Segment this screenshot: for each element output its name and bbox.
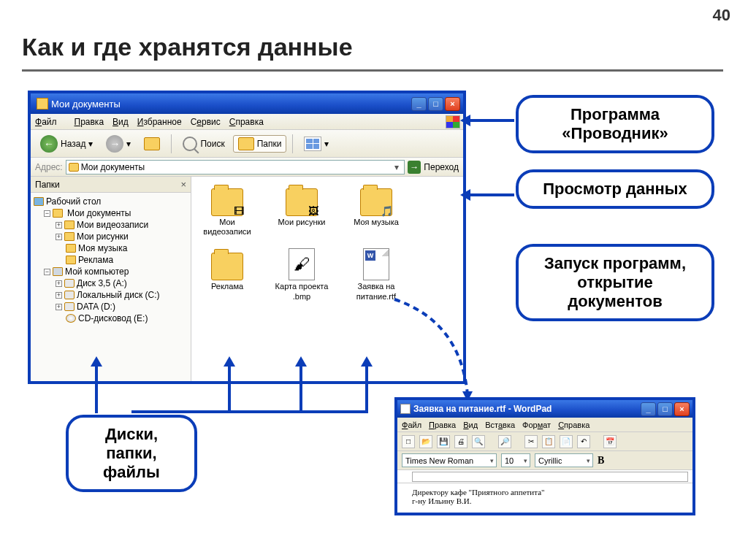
copy-button[interactable]: 📋: [542, 435, 555, 448]
forward-button[interactable]: → ▾: [101, 133, 136, 155]
bold-button[interactable]: В: [598, 455, 604, 467]
wordpad-document[interactable]: Директору кафе "Приятного аппетита" г-ну…: [397, 483, 692, 513]
menu-help[interactable]: Справка: [229, 117, 264, 127]
maximize-button[interactable]: □: [657, 402, 673, 416]
tree-mydocs[interactable]: −Мои документы: [34, 207, 188, 219]
menu-insert[interactable]: Вставка: [485, 421, 515, 429]
windows-logo-icon: [446, 115, 460, 129]
menu-file[interactable]: Файл: [402, 421, 421, 429]
tree-localc[interactable]: +Локальный диск (C:): [34, 289, 188, 301]
separator: [292, 134, 293, 153]
expand-icon[interactable]: +: [56, 304, 62, 310]
back-icon: ←: [40, 135, 58, 153]
collapse-icon[interactable]: −: [44, 210, 50, 217]
tree-datad[interactable]: +DATA (D:): [34, 301, 188, 312]
tree-desktop[interactable]: Рабочий стол: [34, 196, 188, 207]
close-button[interactable]: ×: [445, 97, 460, 111]
expand-icon[interactable]: +: [56, 292, 62, 299]
arrow-head-icon: [295, 356, 307, 367]
tree-mypics[interactable]: +Мои рисунки: [34, 231, 188, 242]
close-button[interactable]: ×: [674, 402, 690, 416]
wordpad-titlebar[interactable]: Заявка на питание.rtf - WordPad _ □ ×: [397, 400, 692, 418]
drive-icon: [64, 291, 75, 299]
address-field[interactable]: Мои документы ▾: [66, 160, 405, 174]
doc-line: Директору кафе "Приятного аппетита": [412, 488, 678, 496]
menu-help[interactable]: Справка: [558, 421, 589, 429]
minimize-button[interactable]: _: [411, 97, 427, 111]
expand-icon[interactable]: +: [56, 222, 62, 229]
search-button[interactable]: Поиск: [178, 134, 229, 153]
views-button[interactable]: ▾: [299, 134, 334, 153]
open-button[interactable]: 📂: [419, 435, 432, 448]
address-label: Адрес:: [35, 162, 63, 172]
folder-icon: [53, 209, 63, 218]
folder-icon: 🖼: [286, 188, 318, 216]
cut-button[interactable]: ✂: [524, 435, 538, 448]
arrow: [365, 365, 368, 413]
minimize-button[interactable]: _: [641, 402, 656, 416]
desktop-icon: [34, 197, 44, 206]
close-panel-button[interactable]: ×: [180, 179, 186, 190]
save-button[interactable]: 💾: [437, 435, 450, 448]
arrow: [469, 193, 514, 196]
menu-view[interactable]: Вид: [112, 117, 129, 127]
explorer-titlebar[interactable]: Мои документы _ □ ×: [31, 93, 463, 114]
back-button[interactable]: ← Назад ▾: [35, 133, 98, 155]
file-mymusic[interactable]: 🎵 Моя музыка: [348, 184, 405, 237]
file-myvideo[interactable]: 🎞 Мои видеозаписи: [199, 184, 256, 237]
folder-icon: [64, 220, 75, 229]
file-map-bmp[interactable]: Карта проекта .bmp: [273, 248, 330, 301]
content-panel[interactable]: 🎞 Мои видеозаписи 🖼 Мои рисунки 🎵 Моя му…: [191, 177, 463, 381]
address-dropdown-icon[interactable]: ▾: [392, 162, 402, 172]
menu-view[interactable]: Вид: [463, 421, 478, 429]
folder-icon: 🎵: [360, 188, 392, 216]
menu-tools[interactable]: Сервис: [191, 117, 221, 127]
collapse-icon[interactable]: −: [44, 269, 50, 275]
music-icon: 🎵: [381, 205, 393, 217]
file-ads[interactable]: Реклама: [199, 248, 256, 301]
menu-file[interactable]: Файл: [35, 117, 66, 127]
file-mypics[interactable]: 🖼 Мои рисунки: [273, 184, 330, 237]
tree-floppy[interactable]: +Диск 3,5 (A:): [34, 277, 188, 289]
go-icon[interactable]: →: [408, 161, 421, 174]
folder-icon: [37, 98, 48, 110]
wordpad-ruler[interactable]: [397, 470, 692, 483]
tree-cde[interactable]: CD-дисковод (E:): [34, 312, 188, 324]
rtf-icon: W: [363, 248, 389, 280]
go-label[interactable]: Переход: [424, 162, 459, 172]
file-request-rtf[interactable]: W Заявка на питание.rtf: [348, 248, 405, 301]
print-button[interactable]: 🖨: [454, 435, 468, 448]
wordpad-format-bar: Times New Roman 10 Cyrillic В: [397, 451, 692, 470]
callout-view: Просмотр данных: [516, 169, 714, 209]
undo-button[interactable]: ↶: [577, 435, 590, 448]
script-select[interactable]: Cyrillic: [535, 453, 593, 467]
tree-mycomputer[interactable]: −Мой компьютер: [34, 266, 188, 277]
menu-favorites[interactable]: Избранное: [137, 117, 182, 127]
tree-mymusic[interactable]: Моя музыка: [34, 242, 188, 254]
tree-ads[interactable]: Реклама: [34, 254, 188, 266]
expand-icon[interactable]: +: [56, 280, 62, 287]
menu-format[interactable]: Формат: [522, 421, 551, 429]
folder-icon: [64, 232, 75, 241]
size-select[interactable]: 10: [501, 453, 530, 467]
tree-myvideo[interactable]: +Мои видеозаписи: [34, 219, 188, 231]
folder-up-icon: [144, 137, 160, 150]
folders-button[interactable]: Папки: [233, 135, 287, 153]
paste-button[interactable]: 📄: [560, 435, 573, 448]
arrow: [228, 410, 302, 413]
datetime-button[interactable]: 📅: [603, 435, 617, 448]
arrow-head-icon: [361, 356, 373, 367]
menu-edit[interactable]: Правка: [75, 117, 104, 127]
maximize-button[interactable]: □: [428, 97, 443, 111]
new-button[interactable]: □: [402, 435, 415, 448]
up-button[interactable]: [139, 135, 165, 153]
find-button[interactable]: 🔎: [498, 435, 511, 448]
preview-button[interactable]: 🔍: [472, 435, 485, 448]
callout-disks: Диски, папки, файлы: [66, 415, 197, 492]
arrow-head-icon: [460, 189, 470, 201]
menu-edit[interactable]: Правка: [429, 421, 456, 429]
expand-icon[interactable]: +: [56, 234, 62, 240]
font-select[interactable]: Times New Roman: [402, 453, 497, 467]
bmp-icon: [289, 248, 315, 280]
arrow-head-icon: [91, 356, 102, 367]
